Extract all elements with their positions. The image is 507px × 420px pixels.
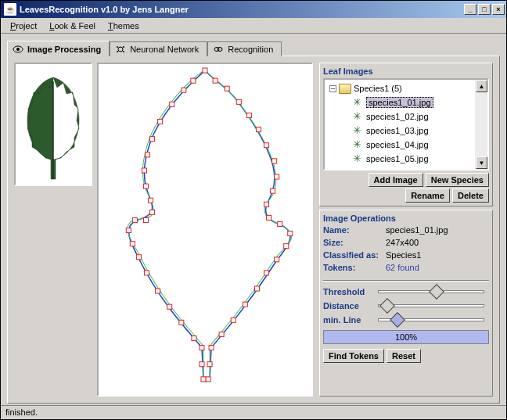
svg-rect-17 bbox=[272, 159, 277, 163]
content-area: Leaf Images – Species1 (5) ✳ species1_01… bbox=[7, 56, 500, 404]
tab-image-processing[interactable]: Image Processing bbox=[7, 41, 110, 56]
status-text: finished. bbox=[5, 407, 38, 417]
leaf-icon: ✳ bbox=[353, 97, 364, 108]
progress-text: 100% bbox=[395, 332, 417, 342]
svg-rect-34 bbox=[201, 377, 206, 382]
titlebar: ☕ LeavesRecognition v1.0 by Jens Langner… bbox=[1, 1, 506, 18]
separator bbox=[323, 280, 489, 282]
link-icon bbox=[213, 45, 224, 54]
svg-rect-21 bbox=[267, 215, 271, 220]
svg-rect-20 bbox=[264, 202, 269, 206]
svg-rect-49 bbox=[143, 184, 148, 188]
svg-rect-47 bbox=[150, 210, 155, 214]
svg-rect-23 bbox=[288, 232, 293, 236]
scroll-track[interactable] bbox=[476, 92, 487, 156]
name-value: species1_01.jpg bbox=[386, 225, 489, 235]
leaf-icon: ✳ bbox=[353, 139, 364, 150]
panel-title: Leaf Images bbox=[323, 66, 489, 76]
tree-toggle-icon[interactable]: – bbox=[329, 85, 336, 92]
minline-slider[interactable] bbox=[378, 318, 484, 321]
tree-file-row[interactable]: ✳ species1_02.jpg bbox=[326, 109, 473, 124]
svg-rect-27 bbox=[254, 286, 259, 291]
svg-rect-33 bbox=[206, 377, 210, 382]
delete-button[interactable]: Delete bbox=[452, 188, 489, 203]
tree-folder-row[interactable]: – Species1 (5) bbox=[326, 81, 473, 95]
leaf-images-panel: Leaf Images – Species1 (5) ✳ species1_01… bbox=[319, 63, 493, 206]
classified-label: Classified as: bbox=[323, 250, 386, 260]
menu-project[interactable]: Project bbox=[4, 20, 43, 32]
slider-thumb[interactable] bbox=[429, 284, 444, 300]
species-tree[interactable]: – Species1 (5) ✳ species1_01.jpg ✳ speci… bbox=[323, 78, 489, 171]
svg-point-3 bbox=[117, 46, 118, 48]
tree-file-row[interactable]: ✳ species1_04.jpg bbox=[326, 138, 473, 152]
distance-label: Distance bbox=[323, 301, 373, 311]
svg-rect-37 bbox=[192, 336, 196, 340]
svg-rect-14 bbox=[246, 113, 251, 117]
maximize-button[interactable]: □ bbox=[478, 4, 491, 15]
window-title: LeavesRecognition v1.0 by Jens Langner bbox=[20, 5, 462, 14]
leaf-icon: ✳ bbox=[353, 153, 364, 164]
svg-rect-53 bbox=[158, 120, 163, 124]
svg-rect-32 bbox=[207, 362, 212, 367]
new-species-button[interactable]: New Species bbox=[426, 173, 489, 187]
svg-rect-11 bbox=[213, 78, 218, 83]
svg-rect-22 bbox=[278, 221, 282, 226]
tab-neuronal-network[interactable]: Neuronal Network bbox=[110, 41, 207, 56]
svg-rect-42 bbox=[136, 255, 141, 260]
slider-thumb[interactable] bbox=[379, 298, 395, 314]
minimize-button[interactable]: _ bbox=[464, 4, 476, 15]
panel-title: Image Operations bbox=[323, 214, 489, 223]
tokens-value: 62 found bbox=[386, 263, 489, 272]
tree-scrollbar[interactable]: ▲ ▼ bbox=[475, 80, 487, 169]
svg-rect-12 bbox=[225, 86, 229, 91]
menubar: Project Look & Feel Themes bbox=[1, 18, 506, 34]
progress-bar: 100% bbox=[323, 330, 489, 344]
scroll-up-button[interactable]: ▲ bbox=[476, 80, 487, 92]
leaf-thumbnail bbox=[14, 63, 92, 186]
svg-rect-39 bbox=[167, 304, 172, 309]
tab-label: Recognition bbox=[228, 45, 273, 54]
minline-label: min. Line bbox=[323, 315, 373, 325]
threshold-label: Threshold bbox=[323, 287, 373, 296]
svg-rect-54 bbox=[170, 102, 174, 106]
svg-rect-45 bbox=[132, 217, 137, 222]
svg-point-4 bbox=[123, 46, 124, 48]
app-window: ☕ LeavesRecognition v1.0 by Jens Langner… bbox=[0, 0, 507, 420]
svg-rect-46 bbox=[143, 217, 148, 222]
scroll-down-button[interactable]: ▼ bbox=[476, 156, 487, 169]
menu-themes[interactable]: Themes bbox=[102, 20, 146, 32]
tree-file-row[interactable]: ✳ species1_03.jpg bbox=[326, 124, 473, 138]
outline-canvas[interactable] bbox=[97, 63, 313, 397]
file-name: species1_05.jpg bbox=[366, 154, 429, 163]
svg-rect-24 bbox=[284, 244, 289, 249]
right-pane: Leaf Images – Species1 (5) ✳ species1_01… bbox=[319, 63, 493, 397]
add-image-button[interactable]: Add Image bbox=[369, 173, 423, 187]
svg-rect-25 bbox=[275, 257, 279, 262]
leaf-icon: ✳ bbox=[353, 125, 364, 136]
svg-rect-13 bbox=[236, 99, 241, 104]
svg-rect-56 bbox=[191, 78, 196, 83]
svg-point-5 bbox=[117, 51, 118, 52]
distance-slider[interactable] bbox=[378, 304, 484, 307]
file-name: species1_01.jpg bbox=[366, 97, 433, 108]
svg-rect-51 bbox=[145, 153, 149, 157]
find-tokens-button[interactable]: Find Tokens bbox=[323, 349, 384, 363]
menu-look-feel[interactable]: Look & Feel bbox=[43, 20, 102, 32]
slider-thumb[interactable] bbox=[390, 312, 405, 328]
tree-file-row[interactable]: ✳ species1_05.jpg bbox=[326, 152, 473, 166]
svg-rect-35 bbox=[200, 362, 204, 367]
svg-rect-31 bbox=[209, 346, 214, 350]
threshold-slider[interactable] bbox=[378, 290, 484, 293]
svg-rect-38 bbox=[179, 320, 184, 325]
eye-icon bbox=[13, 45, 23, 54]
size-value: 247x400 bbox=[386, 238, 489, 247]
tab-recognition[interactable]: Recognition bbox=[207, 41, 282, 56]
svg-rect-48 bbox=[148, 198, 153, 203]
svg-rect-30 bbox=[219, 332, 224, 336]
close-button[interactable]: × bbox=[492, 4, 505, 15]
tree-file-row[interactable]: ✳ species1_01.jpg bbox=[326, 95, 473, 109]
folder-icon bbox=[339, 84, 351, 94]
rename-button[interactable]: Rename bbox=[405, 188, 450, 203]
reset-button[interactable]: Reset bbox=[387, 349, 421, 363]
classified-value: Species1 bbox=[386, 250, 489, 260]
